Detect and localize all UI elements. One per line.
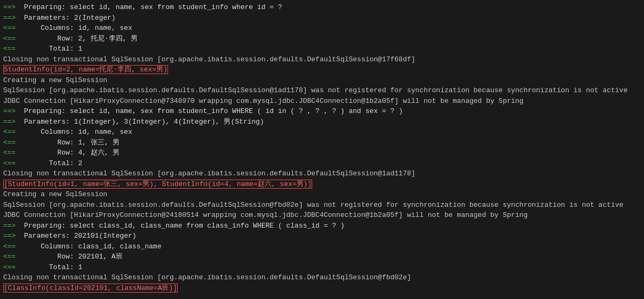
terminal-line: <== Columns: id, name, sex bbox=[3, 127, 641, 138]
terminal-line: <== Total: 1 bbox=[3, 262, 641, 273]
terminal-line: Closing non transactional SqlSession [or… bbox=[3, 168, 641, 179]
highlight-text: [StudentInfo(id=1, name=张三, sex=男), Stud… bbox=[3, 180, 312, 189]
terminal-line: <== Row: 4, 赵六, 男 bbox=[3, 148, 641, 158]
terminal-line: SqlSession [org.apache.ibatis.session.de… bbox=[3, 85, 641, 96]
terminal-line: ==> Preparing: select class_id, class_na… bbox=[3, 221, 641, 231]
terminal-line: StudentInfo(id=2, name=托尼·李四, sex=男) bbox=[3, 64, 641, 75]
arrow-left-content: Row: 2, 托尼·李四, 男 bbox=[15, 35, 138, 43]
terminal-line: ==> Parameters: 202101(Integer) bbox=[3, 231, 641, 241]
arrow-left-sym: <== bbox=[3, 159, 15, 167]
terminal-line: Creating a new SqlSession bbox=[3, 75, 641, 86]
arrow-content: Parameters: 2(Integer) bbox=[20, 14, 115, 22]
highlight-text: StudentInfo(id=2, name=托尼·李四, sex=男) bbox=[3, 65, 168, 74]
arrow-left-sym: <== bbox=[3, 139, 15, 147]
terminal-line: ==> Preparing: select id, name, sex from… bbox=[3, 2, 641, 13]
arrow-left-content: Total: 1 bbox=[15, 263, 82, 271]
arrow-left-sym: <== bbox=[3, 35, 15, 43]
terminal-line: JDBC Connection [HikariProxyConnection@2… bbox=[3, 210, 641, 221]
arrow-content: Preparing: select id, name, sex from stu… bbox=[20, 3, 282, 11]
arrow-left-sym: <== bbox=[3, 149, 15, 157]
terminal-line: SqlSession [org.apache.ibatis.session.de… bbox=[3, 200, 641, 211]
arrow-content: Preparing: select class_id, class_name f… bbox=[20, 222, 345, 230]
arrow-left-content: Columns: id, name, sex bbox=[15, 128, 132, 136]
terminal-line: [ClassInfo(classId=202101, className=A班)… bbox=[3, 283, 641, 294]
arrow-left-sym: <== bbox=[3, 253, 15, 261]
highlight-text: [ClassInfo(classId=202101, className=A班)… bbox=[3, 284, 178, 293]
terminal-line: Closing non transactional SqlSession [or… bbox=[3, 272, 641, 283]
arrow-right: ==> bbox=[3, 118, 20, 126]
arrow-left-content: Row: 202101, A班 bbox=[15, 253, 122, 261]
terminal-line: JDBC Connection [HikariProxyConnection@7… bbox=[3, 96, 641, 107]
arrow-right: ==> bbox=[3, 3, 20, 11]
arrow-left-content: Total: 2 bbox=[15, 159, 82, 167]
arrow-content: Parameters: 1(Integer), 3(Integer), 4(In… bbox=[20, 118, 264, 126]
arrow-left-sym: <== bbox=[3, 243, 15, 250]
arrow-left-sym: <== bbox=[3, 263, 15, 271]
terminal-line: <== Total: 1 bbox=[3, 44, 641, 54]
arrow-right: ==> bbox=[3, 222, 20, 230]
arrow-content: Parameters: 202101(Integer) bbox=[20, 232, 136, 240]
terminal-line: <== Row: 202101, A班 bbox=[3, 252, 641, 262]
arrow-left-content: Row: 1, 张三, 男 bbox=[15, 139, 120, 147]
terminal-line: Creating a new SqlSession bbox=[3, 189, 641, 200]
arrow-left-content: Row: 4, 赵六, 男 bbox=[15, 149, 120, 157]
arrow-left-content: Columns: class_id, class_name bbox=[15, 243, 161, 250]
terminal-line: ==> Parameters: 1(Integer), 3(Integer), … bbox=[3, 117, 641, 127]
arrow-right: ==> bbox=[3, 232, 20, 240]
terminal-window: ==> Preparing: select id, name, sex from… bbox=[0, 0, 644, 299]
terminal-line: <== Columns: class_id, class_name bbox=[3, 241, 641, 252]
arrow-right: ==> bbox=[3, 107, 20, 115]
terminal-line: <== Row: 1, 张三, 男 bbox=[3, 138, 641, 148]
arrow-left-content: Total: 1 bbox=[15, 45, 82, 53]
arrow-left-content: Columns: id, name, sex bbox=[15, 24, 132, 32]
terminal-line: <== Row: 2, 托尼·李四, 男 bbox=[3, 34, 641, 44]
arrow-right: ==> bbox=[3, 14, 20, 22]
arrow-left-sym: <== bbox=[3, 24, 15, 32]
terminal-line: <== Total: 2 bbox=[3, 158, 641, 169]
terminal-line: [StudentInfo(id=1, name=张三, sex=男), Stud… bbox=[3, 179, 641, 190]
arrow-content: Preparing: select id, name, sex from stu… bbox=[20, 107, 403, 115]
arrow-left-sym: <== bbox=[3, 45, 15, 53]
arrow-left-sym: <== bbox=[3, 128, 15, 136]
terminal-line: Closing non transactional SqlSession [or… bbox=[3, 54, 641, 65]
terminal-line: ==> Parameters: 2(Integer) bbox=[3, 13, 641, 23]
terminal-line: <== Columns: id, name, sex bbox=[3, 23, 641, 34]
terminal-line: ==> Preparing: select id, name, sex from… bbox=[3, 106, 641, 117]
